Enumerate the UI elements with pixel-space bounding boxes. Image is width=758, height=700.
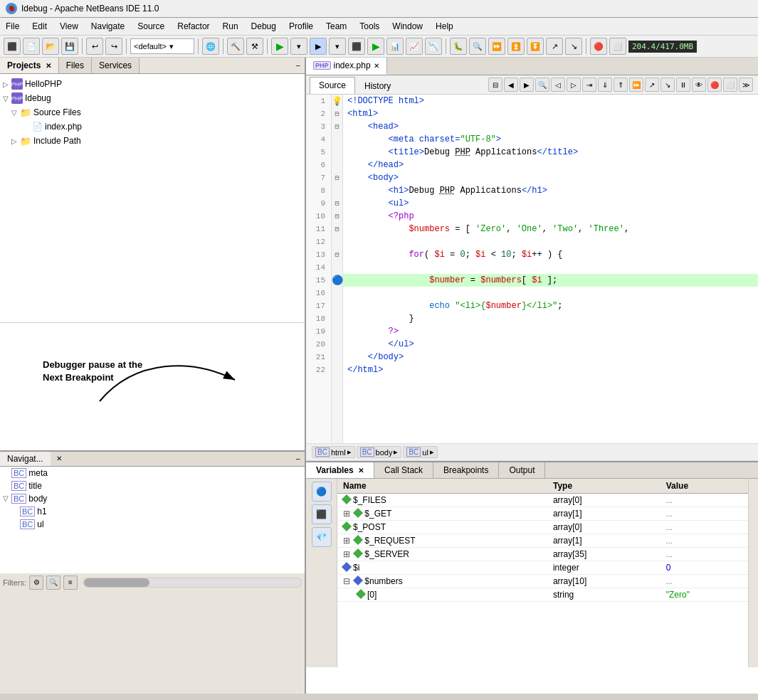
debug-tab-callstack[interactable]: Call Stack	[374, 462, 433, 478]
config-dropdown[interactable]: <default> ▾	[130, 38, 194, 54]
prev-btn[interactable]: ◀	[504, 78, 518, 92]
debug-btn7[interactable]: ↘	[565, 38, 582, 55]
filter-btn1[interactable]: ⚙	[29, 576, 43, 590]
minimize-navigator-button[interactable]: −	[292, 453, 305, 465]
gutter-15-debug[interactable]: 🔵	[332, 274, 342, 287]
menu-source[interactable]: Source	[132, 19, 170, 33]
code-content[interactable]: <!DOCTYPE html> <html> <head> <meta char…	[343, 95, 758, 443]
expand-server[interactable]: ⊞	[343, 549, 350, 559]
prev-match[interactable]: ◁	[551, 78, 565, 92]
gutter-11[interactable]: ⊟	[332, 223, 342, 235]
gutter-13[interactable]: ⊟	[332, 248, 342, 261]
next-match[interactable]: ▷	[567, 78, 581, 92]
undo-button[interactable]: ↩	[86, 38, 103, 55]
debug-green-button[interactable]: ▶	[367, 38, 384, 55]
tab-projects[interactable]: Projects ✕	[0, 58, 59, 73]
tab-services[interactable]: Services	[92, 58, 140, 73]
profile-button[interactable]: 📊	[386, 38, 404, 55]
tree-item-hellophp[interactable]: ▷ PHP HelloPHP	[0, 77, 305, 91]
tree-item-includepath[interactable]: ▷ 📁 Include Path	[0, 134, 305, 148]
tree-item-sourcefiles[interactable]: ▽ 📁 Source Files	[0, 105, 305, 120]
debug-nav-btn[interactable]: ↗	[645, 78, 659, 92]
nav-item-meta[interactable]: BC meta	[0, 467, 305, 479]
new-file-button[interactable]: 📄	[23, 38, 40, 55]
gutter-3[interactable]: ⊟	[332, 120, 342, 133]
menu-team[interactable]: Team	[320, 19, 352, 33]
filter-btn2[interactable]: 🔍	[46, 576, 60, 590]
debug-nav2-btn[interactable]: ↘	[660, 78, 675, 92]
step-over-btn[interactable]: ⇥	[582, 78, 596, 92]
breadcrumb-body[interactable]: BC body ▸	[357, 446, 402, 458]
nav-item-body[interactable]: ▽ BC body	[0, 492, 305, 505]
expand-numbers[interactable]: ⊟	[343, 576, 350, 586]
minimize-panel-button[interactable]: −	[292, 60, 305, 71]
profile-btn2[interactable]: 📈	[406, 38, 423, 55]
gutter-10[interactable]: ⊟	[332, 210, 342, 223]
tab-navigator[interactable]: Navigat...	[0, 452, 51, 466]
menu-help[interactable]: Help	[430, 19, 459, 33]
menu-profile[interactable]: Profile	[283, 19, 319, 33]
tab-history[interactable]: History	[355, 78, 400, 94]
save-button[interactable]: 💾	[61, 38, 78, 55]
gutter-9[interactable]: ⊟	[332, 197, 342, 210]
menu-refactor[interactable]: Refactor	[172, 19, 215, 33]
tab-source[interactable]: Source	[310, 77, 355, 94]
redo-button[interactable]: ↪	[105, 38, 122, 55]
debug-btn4[interactable]: ⏫	[507, 38, 525, 55]
open-project-button[interactable]: 📂	[42, 38, 59, 55]
debug-tab-variables[interactable]: Variables ✕	[306, 462, 374, 478]
debug-btn5[interactable]: ⏬	[527, 38, 544, 55]
search-btn[interactable]: 🔍	[535, 78, 549, 92]
toggle-debug-btn[interactable]: ⏸	[676, 78, 690, 92]
menu-debug[interactable]: Debug	[246, 19, 282, 33]
debug-btn6[interactable]: ↗	[546, 38, 563, 55]
close-editor-tab[interactable]: ✕	[374, 62, 379, 70]
menu-view[interactable]: View	[54, 19, 84, 33]
step-into-btn[interactable]: ⇓	[598, 78, 612, 92]
debug-btn3[interactable]: ⏩	[488, 38, 505, 55]
menu-run[interactable]: Run	[217, 19, 244, 33]
expand-get[interactable]: ⊞	[343, 509, 350, 519]
nav-item-ul[interactable]: BC ul	[0, 518, 305, 531]
debug-run-button[interactable]: ▶	[310, 38, 327, 55]
clean-build-button[interactable]: ⚒	[246, 38, 263, 55]
filter-btn3[interactable]: ≡	[63, 576, 78, 590]
run-to-cursor-btn[interactable]: ⏩	[629, 78, 643, 92]
breadcrumb-html[interactable]: BC html ▸	[312, 446, 355, 458]
expand-request[interactable]: ⊞	[343, 536, 350, 546]
close-projects-tab[interactable]: ✕	[46, 62, 51, 70]
debug-btn2[interactable]: 🔍	[469, 38, 486, 55]
menu-file[interactable]: File	[0, 19, 25, 33]
nav-item-h1[interactable]: BC h1	[0, 505, 305, 518]
debug-btn9[interactable]: ⬜	[609, 38, 626, 55]
breadcrumb-ul[interactable]: BC ul ▸	[403, 446, 437, 458]
variables-scrollbar[interactable]	[748, 479, 758, 667]
debug-run-dropdown[interactable]: ▾	[329, 38, 346, 55]
new-project-button[interactable]: ⬛	[4, 38, 21, 55]
nav-item-title[interactable]: BC title	[0, 479, 305, 492]
menu-navigate[interactable]: Navigate	[85, 19, 130, 33]
editor-tab-indexphp[interactable]: PHP index.php ✕	[306, 58, 387, 75]
gutter-2[interactable]: ⊟	[332, 107, 342, 120]
debug-side-btn2[interactable]: ⬛	[312, 504, 332, 524]
debug-tab-output[interactable]: Output	[499, 462, 545, 478]
debug-side-btn1[interactable]: 🔵	[312, 482, 332, 502]
toggle-breakpoint-btn[interactable]: 🔴	[707, 78, 722, 92]
tree-item-indexphp[interactable]: 📄 index.php	[0, 120, 305, 134]
next-btn[interactable]: ▶	[520, 78, 534, 92]
tab-files[interactable]: Files	[59, 58, 92, 73]
close-variables-tab[interactable]: ✕	[358, 467, 364, 474]
menu-edit[interactable]: Edit	[26, 19, 53, 33]
menu-tools[interactable]: Tools	[354, 19, 385, 33]
run-dropdown[interactable]: ▾	[290, 38, 307, 55]
debug-watch-btn[interactable]: 👁	[692, 78, 706, 92]
code-editor[interactable]: 1 2 3 4 5 6 7 8 9 10 11 12 13 14 15 16 1…	[306, 95, 758, 443]
stop-debug-btn[interactable]: ⬜	[723, 78, 737, 92]
step-out-btn[interactable]: ⇑	[614, 78, 628, 92]
stop-button[interactable]: ⬛	[348, 38, 365, 55]
tree-item-idebug[interactable]: ▽ PHP Idebug	[0, 91, 305, 105]
toggle-bookmarks-button[interactable]: ⊟	[488, 78, 502, 92]
bug-button[interactable]: 🐛	[450, 38, 467, 55]
debug-btn8[interactable]: 🔴	[590, 38, 607, 55]
menu-window[interactable]: Window	[386, 19, 428, 33]
